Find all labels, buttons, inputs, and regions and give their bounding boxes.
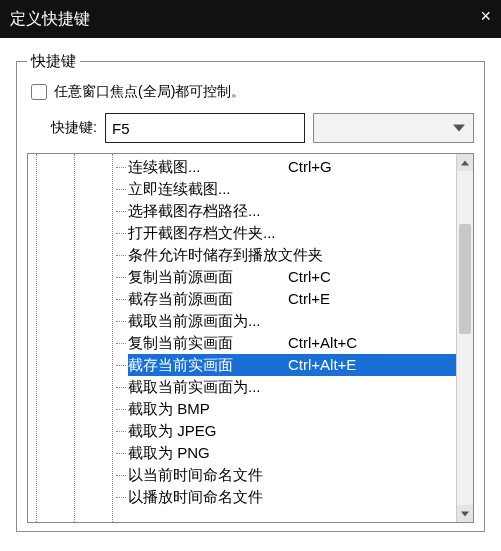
tree-list: 连续截图...Ctrl+G立即连续截图...选择截图存档路径...打开截图存档文… (32, 156, 473, 508)
tree-item-label: 截存当前实画面 (128, 354, 278, 376)
tree-item[interactable]: 连续截图...Ctrl+G (128, 156, 473, 178)
tree-item-label: 复制当前实画面 (128, 332, 278, 354)
group-legend: 快捷键 (27, 52, 80, 71)
tree-item-label: 截取当前源画面为... (128, 310, 278, 332)
chevron-up-icon (461, 159, 469, 167)
tree-item-label: 截取为 JPEG (128, 420, 278, 442)
tree-item-label: 以播放时间命名文件 (128, 486, 278, 508)
tree-item-shortcut: Ctrl+G (288, 156, 332, 178)
tree-item[interactable]: 条件允许时储存到播放文件夹 (128, 244, 473, 266)
shortcut-key-input[interactable] (105, 113, 305, 143)
chevron-down-icon (453, 122, 465, 134)
tree-item-label: 复制当前源画面 (128, 266, 278, 288)
client-area: 快捷键 任意窗口焦点(全局)都可控制。 快捷键: 连续截图...Ctrl+G立即… (0, 38, 501, 532)
tree-item-label: 以当前时间命名文件 (128, 464, 278, 486)
tree-item[interactable]: 截存当前源画面Ctrl+E (128, 288, 473, 310)
scroll-thumb[interactable] (459, 224, 471, 334)
tree-item[interactable]: 打开截图存档文件夹... (128, 222, 473, 244)
tree-item[interactable]: 截取当前源画面为... (128, 310, 473, 332)
tree-item[interactable]: 截取当前实画面为... (128, 376, 473, 398)
action-tree[interactable]: 连续截图...Ctrl+G立即连续截图...选择截图存档路径...打开截图存档文… (27, 153, 474, 523)
window-title: 定义快捷键 (10, 9, 90, 30)
tree-item-label: 条件允许时储存到播放文件夹 (128, 244, 323, 266)
tree-item[interactable]: 以当前时间命名文件 (128, 464, 473, 486)
tree-item[interactable]: 选择截图存档路径... (128, 200, 473, 222)
shortcut-key-label: 快捷键: (27, 119, 97, 137)
tree-item-shortcut: Ctrl+C (288, 266, 331, 288)
tree-item-label: 打开截图存档文件夹... (128, 222, 278, 244)
tree-item[interactable]: 复制当前实画面Ctrl+Alt+C (128, 332, 473, 354)
tree-item-shortcut: Ctrl+Alt+C (288, 332, 357, 354)
tree-item-shortcut: Ctrl+Alt+E (288, 354, 356, 376)
global-focus-label: 任意窗口焦点(全局)都可控制。 (54, 83, 245, 101)
scroll-down-button[interactable] (457, 505, 473, 522)
tree-item[interactable]: 截取为 JPEG (128, 420, 473, 442)
shortcut-group: 快捷键 任意窗口焦点(全局)都可控制。 快捷键: 连续截图...Ctrl+G立即… (16, 52, 485, 532)
tree-item[interactable]: 截取为 BMP (128, 398, 473, 420)
close-icon[interactable]: × (480, 6, 491, 27)
tree-item[interactable]: 立即连续截图... (128, 178, 473, 200)
tree-item[interactable]: 以播放时间命名文件 (128, 486, 473, 508)
chevron-down-icon (461, 510, 469, 518)
tree-item-label: 截存当前源画面 (128, 288, 278, 310)
vertical-scrollbar[interactable] (456, 154, 473, 522)
tree-item-label: 截取为 PNG (128, 442, 278, 464)
tree-item-label: 截取为 BMP (128, 398, 278, 420)
global-focus-checkbox[interactable] (31, 84, 47, 100)
tree-item[interactable]: 截存当前实画面Ctrl+Alt+E (128, 354, 473, 376)
category-dropdown[interactable] (313, 113, 474, 143)
scroll-up-button[interactable] (457, 154, 473, 171)
tree-item[interactable]: 截取为 PNG (128, 442, 473, 464)
tree-item-label: 立即连续截图... (128, 178, 278, 200)
tree-item-label: 截取当前实画面为... (128, 376, 278, 398)
tree-item[interactable]: 复制当前源画面Ctrl+C (128, 266, 473, 288)
tree-item-label: 连续截图... (128, 156, 278, 178)
tree-item-shortcut: Ctrl+E (288, 288, 330, 310)
title-bar: 定义快捷键 × (0, 0, 501, 38)
tree-item-label: 选择截图存档路径... (128, 200, 278, 222)
shortcut-key-row: 快捷键: (27, 113, 474, 143)
global-focus-row: 任意窗口焦点(全局)都可控制。 (27, 81, 474, 103)
